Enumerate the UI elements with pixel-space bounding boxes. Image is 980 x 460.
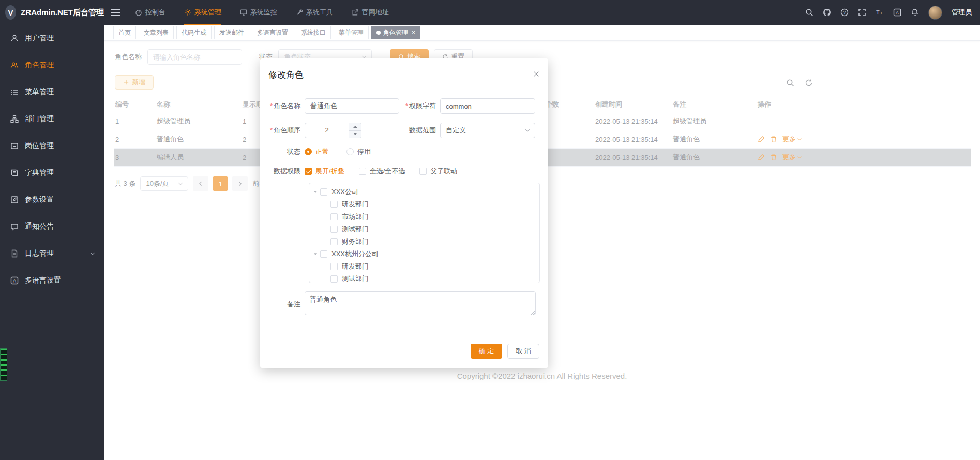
status-label: 状态	[268, 147, 305, 156]
fullscreen-icon[interactable]	[858, 8, 866, 17]
tree-checkbox[interactable]	[330, 213, 338, 220]
role-name-input[interactable]	[305, 98, 399, 114]
role-name-label: *角色名称	[268, 101, 305, 111]
parent-child-link-checkbox[interactable]: 父子联动	[419, 167, 457, 176]
sidebar-item-role-mgmt[interactable]: 角色管理	[0, 52, 104, 79]
tree-node[interactable]: 财务部门	[309, 235, 539, 248]
chat-icon	[10, 222, 19, 231]
select-all-checkbox[interactable]: 全选/全不选	[359, 167, 405, 176]
sidebar-item-user-mgmt[interactable]: 用户管理	[0, 25, 104, 52]
sidebar-item-dict-mgmt[interactable]: 字典管理	[0, 159, 104, 186]
radio-label: 正常	[315, 147, 329, 156]
remark-textarea[interactable]	[305, 291, 536, 315]
book-icon	[10, 169, 19, 177]
tree-checkbox[interactable]	[320, 188, 327, 196]
nav-system-management[interactable]: 系统管理	[184, 0, 221, 25]
top-tools: 管理员	[805, 6, 980, 20]
tree-node-label: 市场部门	[342, 212, 369, 221]
tree-checkbox[interactable]	[330, 226, 338, 233]
chevron-down-icon	[89, 250, 96, 257]
radio-label: 停用	[357, 147, 371, 156]
help-icon[interactable]	[840, 8, 849, 17]
tree-checkbox[interactable]	[320, 250, 327, 258]
status-radio-disabled[interactable]: 停用	[346, 147, 371, 156]
checkbox	[419, 168, 427, 175]
nav-console[interactable]: 控制台	[135, 0, 165, 25]
expand-collapse-checkbox[interactable]: 展开/折叠	[305, 167, 344, 176]
tree-checkbox[interactable]	[330, 201, 338, 208]
avatar[interactable]	[928, 6, 942, 20]
tree-node[interactable]: 研发部门	[309, 198, 539, 211]
username[interactable]: 管理员	[952, 8, 972, 17]
sidebar-item-param-settings[interactable]: 参数设置	[0, 186, 104, 213]
sidebar-item-menu-mgmt[interactable]: 菜单管理	[0, 79, 104, 106]
sidebar-item-label: 角色管理	[25, 61, 54, 70]
font-size-icon[interactable]	[876, 8, 884, 17]
nav-official-site[interactable]: 官网地址	[352, 0, 389, 25]
top-nav: 控制台 系统管理 系统监控 系统工具 官网地址	[135, 0, 389, 25]
bell-icon[interactable]	[911, 8, 919, 17]
nav-label: 控制台	[145, 8, 165, 17]
nav-label: 系统管理	[194, 8, 221, 17]
tree-node[interactable]: XXX公司	[309, 186, 539, 198]
perm-char-input[interactable]	[440, 98, 535, 114]
dialog-body: *角色名称 *权限字符 *角色顺序 2 数据范围	[268, 98, 540, 317]
edit-role-dialog: 修改角色 *角色名称 *权限字符 *角色顺序 2	[260, 58, 548, 368]
tree-node-label: 测试部门	[342, 274, 369, 283]
role-order-field: *角色顺序 2	[268, 123, 404, 138]
search-icon[interactable]	[805, 8, 813, 17]
radio-dot	[346, 148, 354, 155]
tree-node[interactable]: 研发部门	[309, 260, 539, 273]
tree-checkbox[interactable]	[330, 275, 338, 283]
tree-node[interactable]: 测试部门	[309, 223, 539, 235]
app-logo[interactable]: V ZRAdmin.NET后台管理	[0, 0, 104, 25]
edit-square-icon	[10, 196, 19, 204]
sidebar-item-log-mgmt[interactable]: 日志管理	[0, 240, 104, 267]
dialog-footer: 确 定 取 消	[471, 344, 539, 359]
checkbox	[359, 168, 366, 175]
github-icon[interactable]	[823, 8, 831, 17]
sidebar-item-i18n-settings[interactable]: 多语言设置	[0, 267, 104, 294]
role-name-field: *角色名称	[268, 98, 404, 114]
checkbox-label: 展开/折叠	[315, 167, 344, 176]
org-tree-icon	[10, 115, 19, 123]
tree-node[interactable]: XXX杭州分公司	[309, 248, 539, 260]
stepper-value: 2	[305, 123, 349, 138]
remark-label: 备注	[268, 300, 305, 309]
caret-down-icon	[353, 133, 357, 135]
tree-checkbox[interactable]	[330, 238, 338, 245]
role-order-stepper[interactable]: 2	[305, 123, 361, 138]
confirm-button[interactable]: 确 定	[471, 344, 503, 359]
nav-system-monitor[interactable]: 系统监控	[240, 0, 277, 25]
dashboard-icon	[135, 9, 142, 16]
increase-button[interactable]	[349, 123, 361, 131]
sidebar-item-notice[interactable]: 通知公告	[0, 213, 104, 240]
tree-node[interactable]: 测试部门	[309, 273, 539, 283]
caret-down-icon[interactable]	[313, 189, 318, 195]
nav-system-tools[interactable]: 系统工具	[296, 0, 333, 25]
status-radio-normal[interactable]: 正常	[305, 147, 329, 156]
nav-label: 系统工具	[306, 8, 333, 17]
cancel-button[interactable]: 取 消	[507, 344, 539, 359]
data-scope-label: 数据范围	[404, 126, 440, 135]
tree-checkbox[interactable]	[330, 263, 338, 270]
permission-tree: XXX公司 研发部门 市场部门 测试部门 财务部门 XXX杭州分公司	[309, 183, 540, 283]
data-scope-select[interactable]: 自定义	[440, 123, 535, 138]
external-link-icon	[352, 9, 359, 16]
monitor-icon	[240, 9, 247, 16]
hamburger-icon[interactable]	[111, 9, 120, 16]
app-title: ZRAdmin.NET后台管理	[21, 8, 104, 18]
data-perm-label: 数据权限	[268, 167, 305, 176]
decrease-button[interactable]	[349, 131, 361, 138]
sidebar-item-post-mgmt[interactable]: 岗位管理	[0, 132, 104, 159]
language-icon[interactable]	[893, 8, 901, 17]
radio-dot	[305, 148, 312, 155]
caret-down-icon[interactable]	[313, 251, 318, 257]
sidebar-item-dept-mgmt[interactable]: 部门管理	[0, 106, 104, 132]
sidebar-item-label: 参数设置	[25, 195, 54, 204]
tree-node[interactable]: 市场部门	[309, 211, 539, 223]
close-icon[interactable]	[533, 69, 540, 78]
tree-node-label: XXX杭州分公司	[331, 249, 379, 259]
stepper-controls	[349, 123, 361, 138]
caret-up-icon	[353, 126, 357, 128]
